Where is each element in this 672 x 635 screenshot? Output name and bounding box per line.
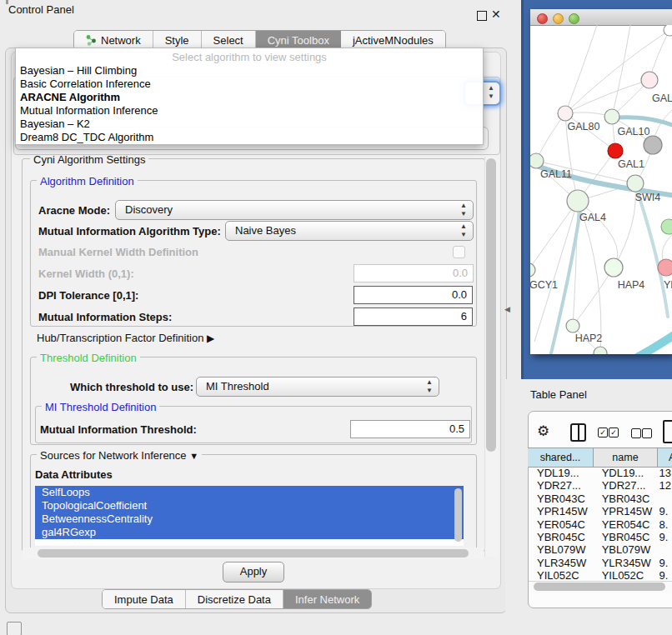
settings-hscrollbar-thumb[interactable] <box>38 549 469 558</box>
column-header[interactable]: shared... <box>528 448 594 467</box>
network-desktop-edge <box>521 0 524 379</box>
tab-cyni-toolbox[interactable]: Cyni Toolbox <box>256 31 341 49</box>
column-header[interactable]: name <box>594 448 658 467</box>
table-row[interactable]: YIL052CYIL052C9. <box>529 569 672 581</box>
attributes-scrollbar-thumb[interactable] <box>454 488 462 542</box>
tab-jactivemnodules[interactable]: jActiveMNodules <box>341 31 445 49</box>
table-row[interactable]: YBR043CYBR043C <box>529 492 672 505</box>
algorithm-option[interactable]: Mutual Information Inference <box>16 104 483 118</box>
which-threshold-combo[interactable]: MI Threshold ▲▼ <box>196 377 439 397</box>
hub-definition-toggle[interactable]: Hub/Transcription Factor Definition ▶ <box>37 332 214 344</box>
table-row[interactable]: YPR145WYPR145W9. <box>529 505 672 518</box>
tab-label: Network <box>101 34 141 47</box>
algorithm-option[interactable]: Dream8 DC_TDC Algorithm <box>16 131 483 144</box>
table-settings-gear-icon[interactable]: ⚙ <box>537 422 549 440</box>
manual-kernel-label: Manual Kernel Width Definition <box>38 246 198 258</box>
tab-network[interactable]: Network <box>74 31 153 49</box>
network-node[interactable] <box>661 219 672 234</box>
minimize-traffic-light-icon[interactable] <box>553 13 564 24</box>
table-hscrollbar-thumb[interactable] <box>534 582 665 591</box>
node-label: GCY1 <box>530 279 558 291</box>
table-row[interactable]: YER054CYER054C8. <box>529 518 672 531</box>
column-header[interactable]: A <box>658 448 672 467</box>
aracne-mode-label: Aracne Mode: <box>38 204 110 217</box>
table-cell: YDR27... <box>529 479 594 492</box>
tab-label: Impute Data <box>114 593 173 606</box>
node-label: GAL10 <box>618 126 650 138</box>
close-icon[interactable]: ✕ <box>491 8 501 21</box>
close-traffic-light-icon[interactable] <box>537 13 548 24</box>
dropdown-placeholder: Select algorithm to view settings <box>16 48 483 64</box>
algorithm-option[interactable]: Basic Correlation Inference <box>16 78 483 91</box>
table-cell: YBL079W <box>529 543 594 556</box>
apply-button[interactable]: Apply <box>223 562 284 582</box>
mi-threshold-field[interactable]: 0.5 <box>350 420 470 438</box>
table-row[interactable]: YLR345WYLR345W9. <box>529 557 672 569</box>
mi-threshold-legend: MI Threshold Definition <box>42 401 159 413</box>
aracne-mode-combo[interactable]: Discovery ▲▼ <box>115 200 474 220</box>
algorithm-definition-legend: Algorithm Definition <box>37 175 138 188</box>
attribute-item[interactable]: SelfLoops <box>35 486 464 499</box>
network-window-titlebar[interactable] <box>530 9 672 26</box>
network-node[interactable] <box>594 347 607 354</box>
network-node-gal4[interactable] <box>567 190 589 212</box>
table-row[interactable]: YDL19...YDL19...13 <box>529 467 672 479</box>
table-cell: YPR145W <box>594 505 657 518</box>
document-icon[interactable] <box>663 420 672 443</box>
mi-steps-label: Mutual Information Steps: <box>38 311 172 323</box>
algorithm-option[interactable]: Bayesian – Hill Climbing <box>16 64 483 78</box>
settings-vscrollbar-thumb[interactable] <box>486 158 496 452</box>
spinner-arrows-icon: ▲▼ <box>426 378 433 395</box>
float-icon[interactable] <box>477 11 487 21</box>
splitter-handle-icon[interactable]: ◀ <box>504 305 510 313</box>
network-node-swi4[interactable] <box>627 175 644 192</box>
network-node[interactable] <box>664 25 672 36</box>
tab-impute-data[interactable]: Impute Data <box>103 590 186 608</box>
algorithm-option[interactable]: Bayesian – K2 <box>16 118 483 131</box>
attribute-item[interactable]: BetweennessCentrality <box>35 512 464 526</box>
network-node-gal1[interactable] <box>608 143 623 158</box>
deselect-all-checkbox-icon[interactable] <box>631 428 641 438</box>
table-cell: YER054C <box>594 518 657 531</box>
dpi-tolerance-field[interactable]: 0.0 <box>354 286 473 304</box>
select-all-checkbox-icon[interactable]: ✓ <box>609 428 619 438</box>
table-cell: YBR045C <box>594 531 657 543</box>
table-row[interactable]: YDR27...YDR27...12 <box>529 479 672 492</box>
tab-discretize-data[interactable]: Discretize Data <box>186 590 283 608</box>
table-row[interactable]: YBR045CYBR045C9. <box>529 531 672 543</box>
algorithm-option[interactable]: ARACNE Algorithm <box>16 91 483 104</box>
control-panel-titlebar: Control Panel ✕ <box>0 0 510 20</box>
network-node-hap4[interactable] <box>604 258 623 277</box>
network-node-gal10[interactable] <box>604 109 619 124</box>
mi-type-combo[interactable]: Naive Bayes ▲▼ <box>225 221 474 241</box>
aracne-mode-value: Discovery <box>125 203 173 216</box>
table-cell: 9. <box>657 531 672 543</box>
node-label: HAP4 <box>618 279 645 291</box>
network-node-gal80[interactable] <box>558 106 573 121</box>
network-node[interactable] <box>644 136 662 154</box>
network-node-yb[interactable] <box>658 259 672 276</box>
node-label: GAL2 <box>652 92 672 104</box>
network-node-gal11[interactable] <box>530 153 544 168</box>
manual-kernel-checkbox[interactable] <box>453 246 465 258</box>
deselect-all-checkbox-icon[interactable] <box>642 428 652 438</box>
network-graph-canvas[interactable]: GAL2GAL80GAL10GAL1GAL11SWI4GAL4GCY1HAP4Y… <box>530 25 672 354</box>
zoom-traffic-light-icon[interactable] <box>569 13 579 24</box>
attribute-item[interactable]: TopologicalCoefficient <box>35 499 464 512</box>
tab-infer-network[interactable]: Infer Network <box>283 590 371 608</box>
attribute-item[interactable]: gal4RGexp <box>35 526 464 539</box>
table-cell: YLR345W <box>594 557 657 569</box>
select-all-checkbox-icon[interactable]: ✓ <box>598 428 608 438</box>
network-node-hap2[interactable] <box>566 319 579 332</box>
mi-steps-field[interactable]: 6 <box>354 308 473 326</box>
network-node-gcy1[interactable] <box>530 263 535 277</box>
sources-legend[interactable]: Sources for Network Inference ▼ <box>37 449 202 462</box>
tab-style[interactable]: Style <box>153 31 202 49</box>
tab-select[interactable]: Select <box>202 31 256 49</box>
table-row[interactable]: YBL079WYBL079W <box>529 543 672 556</box>
network-node-gal2[interactable] <box>641 72 658 88</box>
column-layout-icon[interactable] <box>570 423 586 442</box>
table-cell: YDL19... <box>529 467 594 479</box>
kernel-width-field[interactable]: 0.0 <box>354 264 474 282</box>
table-cell: YDR27... <box>594 479 657 492</box>
